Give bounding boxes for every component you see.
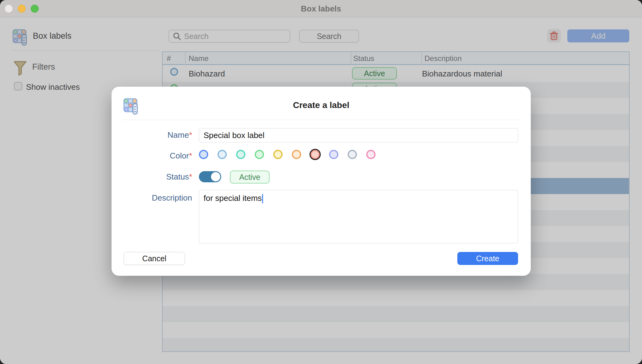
dialog-title: Create a label [112, 100, 531, 110]
color-swatch-blue[interactable] [199, 150, 208, 159]
minimize-button[interactable] [18, 5, 26, 13]
color-swatch-light-blue[interactable] [218, 150, 227, 159]
color-swatch-purple[interactable] [329, 150, 338, 159]
required-asterisk: * [189, 130, 192, 140]
color-swatch-group [199, 150, 376, 159]
name-field-label: Name* [112, 130, 192, 140]
color-swatch-pink[interactable] [366, 150, 376, 159]
text-cursor [262, 194, 263, 203]
create-button[interactable]: Create [457, 252, 518, 265]
zoom-button[interactable] [31, 5, 39, 13]
status-toggle[interactable] [199, 171, 221, 182]
cancel-button[interactable]: Cancel [124, 252, 185, 265]
status-field-label: Status* [112, 172, 192, 182]
description-textarea[interactable]: for special items [199, 190, 518, 243]
required-asterisk: * [189, 172, 192, 181]
dialog-header-divider [123, 120, 519, 120]
status-active-badge: Active [230, 171, 270, 184]
name-field[interactable] [199, 128, 518, 142]
app-window: Box labels Box labels Fil [0, 0, 642, 364]
close-button[interactable] [5, 5, 13, 13]
color-field-label: Color* [112, 151, 192, 161]
color-swatch-gray[interactable] [348, 150, 357, 159]
color-swatch-red-selected[interactable] [310, 150, 320, 159]
description-field-label: Description [112, 193, 192, 203]
color-swatch-teal[interactable] [236, 150, 245, 159]
color-swatch-orange[interactable] [292, 150, 301, 159]
create-label-dialog: Create a label Name* Color* Status* [112, 87, 531, 276]
required-asterisk: * [189, 151, 192, 160]
description-text: for special items [204, 193, 262, 203]
color-swatch-yellow[interactable] [273, 150, 283, 159]
toggle-knob [211, 172, 220, 181]
color-swatch-green[interactable] [255, 150, 264, 159]
